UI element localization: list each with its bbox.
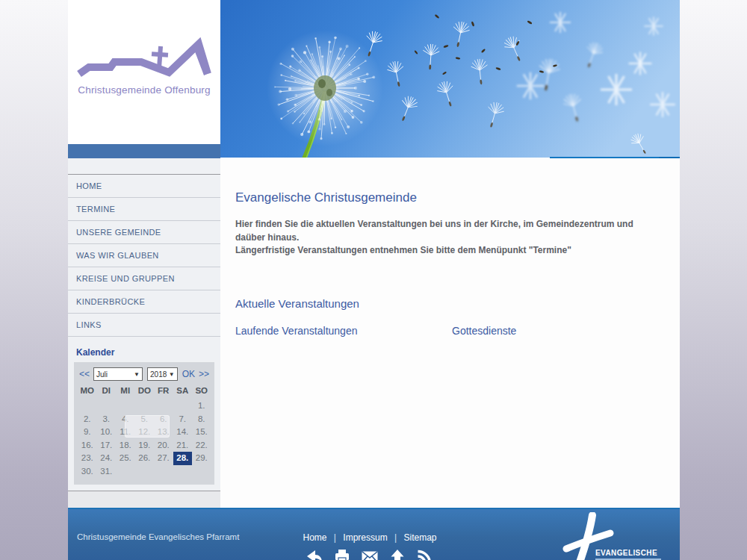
sidebar-item-unsere-gemeinde[interactable]: UNSERE GEMEINDE — [68, 221, 220, 244]
calendar-day[interactable]: 26. — [135, 452, 155, 465]
sidebar-item-kreise-und-gruppen[interactable]: KREISE UND GRUPPEN — [68, 267, 220, 290]
separator: | — [394, 532, 397, 543]
calendar-day[interactable]: 24. — [97, 452, 117, 465]
calendar-day[interactable]: 18. — [116, 439, 135, 452]
footer-left-text: Christusgemeinde Evangelisches Pfarramt — [77, 532, 239, 541]
calendar-day[interactable]: 20. — [154, 439, 173, 452]
footer-nav: Home | Impressum | Sitemap — [273, 532, 467, 543]
calendar-weekday: MI — [116, 386, 135, 399]
month-select[interactable]: Juli ▼ — [93, 367, 143, 381]
mail-icon[interactable] — [362, 549, 378, 560]
year-select-value: 2018 — [150, 370, 167, 379]
calendar-ok-button[interactable]: OK — [180, 369, 197, 379]
calendar-day[interactable]: 1. — [192, 399, 211, 413]
page-wrapper: Christusgemeinde Offenburg — [68, 0, 680, 508]
church-roof-logo-icon — [68, 0, 220, 144]
calendar-widget: << Juli ▼ 2018 ▼ OK >> MODIMIDOFRSASO1.2… — [74, 362, 214, 485]
calendar-day[interactable]: 19. — [135, 439, 155, 452]
intro-text: Hier finden Sie die aktuellen Veranstalt… — [235, 218, 665, 258]
footer-link-home[interactable]: Home — [303, 532, 326, 543]
sidebar-nav: HOMETERMINEUNSERE GEMEINDEWAS WIR GLAUBE… — [68, 174, 220, 337]
calendar-day[interactable]: 30. — [78, 465, 97, 479]
calendar-weekday: SO — [192, 386, 211, 399]
calendar-weekday: SA — [173, 386, 193, 399]
link-laufende-veranstaltungen[interactable]: Laufende Veranstaltungen — [235, 325, 452, 337]
calendar-day[interactable]: 10. — [97, 426, 117, 439]
main-content: Evangelische Christusgemeinde Hier finde… — [220, 158, 680, 508]
calendar-day[interactable]: 7. — [173, 413, 193, 426]
chevron-down-icon: ▼ — [169, 371, 175, 378]
calendar-day[interactable]: 31. — [97, 465, 117, 479]
link-gottesdienste[interactable]: Gottesdienste — [452, 325, 516, 337]
sidebar: HOMETERMINEUNSERE GEMEINDEWAS WIR GLAUBE… — [68, 158, 220, 508]
calendar-day[interactable]: 21. — [173, 439, 193, 452]
calendar-day[interactable]: 29. — [192, 452, 211, 465]
calendar-day-empty — [78, 399, 97, 413]
calendar-day-empty — [154, 399, 173, 413]
calendar-day-empty — [97, 399, 117, 413]
evangelische-logo: EVANGELISCHE — [561, 512, 673, 560]
calendar-day[interactable]: 22. — [192, 439, 211, 452]
sidebar-item-kinderbr-cke[interactable]: KINDERBRÜCKE — [68, 290, 220, 314]
sidebar-item-was-wir-glauben[interactable]: WAS WIR GLAUBEN — [68, 244, 220, 267]
calendar-day-empty — [173, 399, 193, 413]
calendar-weekday: DI — [97, 386, 117, 399]
sidebar-item-home[interactable]: HOME — [68, 175, 220, 198]
calendar-day[interactable]: 23. — [78, 452, 97, 465]
footer-link-sitemap[interactable]: Sitemap — [403, 532, 436, 543]
calendar-day[interactable]: 27. — [154, 452, 173, 465]
footer: Christusgemeinde Evangelisches Pfarramt … — [68, 508, 680, 560]
footer-link-impressum[interactable]: Impressum — [343, 532, 387, 543]
page-title: Evangelische Christusgemeinde — [235, 190, 665, 205]
calendar-tooltip-ghost — [125, 415, 170, 438]
sidebar-item-termine[interactable]: TERMINE — [68, 198, 220, 221]
evangelische-logo-text: EVANGELISCHE — [595, 549, 657, 557]
year-select[interactable]: 2018 ▼ — [147, 367, 178, 381]
rss-icon[interactable] — [417, 549, 433, 560]
calendar-day[interactable]: 9. — [78, 426, 97, 439]
sidebar-item-links[interactable]: LINKS — [68, 314, 220, 337]
header-photo-dandelion — [220, 0, 680, 158]
calendar-day[interactable]: 3. — [97, 413, 117, 426]
calendar-next-button[interactable]: >> — [197, 369, 211, 379]
calendar-day-empty — [116, 399, 135, 413]
section-heading: Aktuelle Veranstaltungen — [235, 297, 665, 310]
calendar-day[interactable]: 25. — [116, 452, 135, 465]
calendar-weekday: MO — [78, 386, 97, 399]
calendar-day[interactable]: 8. — [192, 413, 211, 426]
logo-text: Christusgemeinde Offenburg — [68, 84, 220, 96]
calendar-day[interactable]: 2. — [78, 413, 97, 426]
calendar-day-empty — [135, 465, 155, 479]
back-icon[interactable] — [306, 549, 323, 560]
site-logo[interactable]: Christusgemeinde Offenburg — [68, 0, 220, 144]
intro-line-1: Hier finden Sie die aktuellen Veranstalt… — [235, 218, 665, 244]
logo-accent-bar — [68, 144, 220, 158]
calendar-day-empty — [135, 399, 155, 413]
calendar-weekday: FR — [154, 386, 173, 399]
intro-line-2: Längerfristige Veranstaltungen entnehmen… — [235, 244, 665, 258]
separator: | — [334, 532, 336, 543]
calendar-day-empty — [116, 465, 135, 479]
calendar-day-empty — [173, 465, 193, 479]
month-select-value: Juli — [96, 370, 108, 379]
calendar-day-empty — [154, 465, 173, 479]
chevron-down-icon: ▼ — [134, 371, 140, 378]
calendar-prev-button[interactable]: << — [78, 369, 91, 379]
up-icon[interactable] — [389, 549, 406, 560]
calendar-day[interactable]: 14. — [173, 426, 193, 439]
print-icon[interactable] — [334, 549, 350, 560]
calendar-title: Kalender — [76, 347, 220, 358]
calendar-day-selected[interactable]: 28. — [173, 452, 193, 465]
calendar-day[interactable]: 15. — [192, 426, 211, 439]
calendar-weekday: DO — [135, 386, 155, 399]
calendar-day[interactable]: 17. — [97, 439, 117, 452]
calendar-day[interactable]: 16. — [78, 439, 97, 452]
sidebar-bottom-strip — [68, 491, 220, 508]
calendar-day-empty — [192, 465, 211, 479]
